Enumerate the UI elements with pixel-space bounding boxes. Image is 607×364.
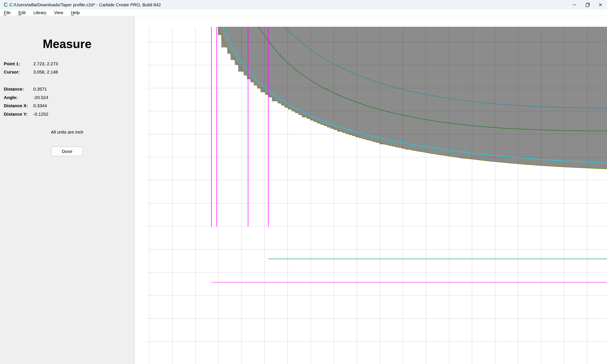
carbide-create-window: { "window": { "title": "C:/Users/willa/D… bbox=[0, 0, 607, 364]
panel-title: Measure bbox=[0, 37, 134, 51]
measure-row-distance: Distance: 0.3571 bbox=[4, 87, 130, 93]
distance-label: Distance: bbox=[4, 87, 24, 92]
measure-row-distance-x: Distance X: 0.3344 bbox=[4, 103, 130, 110]
measure-row-distance-y: Distance Y: -0.1252 bbox=[4, 112, 130, 118]
measure-panel: Measure Point 1: 2.723, 2.273 Cursor: 3.… bbox=[0, 16, 134, 364]
units-note: All units are inch bbox=[0, 130, 134, 135]
measure-row-angle: Angle: -20.524 bbox=[4, 95, 130, 101]
done-button[interactable]: Done bbox=[52, 147, 83, 156]
distance-x-label: Distance X: bbox=[4, 103, 28, 108]
point1-label: Point 1: bbox=[4, 61, 20, 66]
distance-value: 0.3571 bbox=[33, 87, 47, 92]
toolpath-simulation-region bbox=[218, 27, 607, 169]
measure-row-point1: Point 1: 2.723, 2.273 bbox=[4, 61, 130, 68]
distance-y-label: Distance Y: bbox=[4, 112, 27, 117]
angle-label: Angle: bbox=[4, 95, 17, 100]
distance-x-value: 0.3344 bbox=[33, 103, 47, 108]
angle-value: -20.524 bbox=[33, 95, 48, 100]
distance-y-value: -0.1252 bbox=[33, 112, 48, 117]
cursor-label: Cursor: bbox=[4, 69, 20, 75]
cursor-value: 3.058, 2.148 bbox=[33, 69, 58, 75]
point1-value: 2.723, 2.273 bbox=[33, 61, 58, 66]
measure-row-cursor: Cursor: 3.058, 2.148 bbox=[4, 69, 130, 76]
